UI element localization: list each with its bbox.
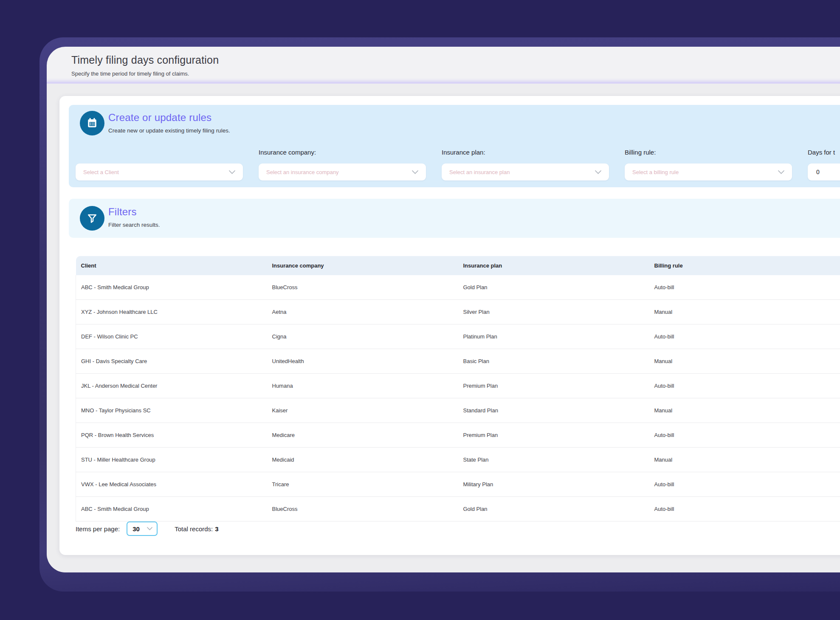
table-cell: MNO - Taylor Physicians SC xyxy=(76,398,272,423)
table-cell: Auto-bill xyxy=(654,275,840,300)
filters-subtitle: Filter search results. xyxy=(108,222,160,228)
chevron-down-icon xyxy=(229,170,235,174)
table-cell: PQR - Brown Health Services xyxy=(76,423,272,448)
chevron-down-icon xyxy=(778,170,784,174)
table-cell: DEF - Wilson Clinic PC xyxy=(76,324,272,349)
table-cell: State Plan xyxy=(463,448,654,472)
table-body: ABC - Smith Medical GroupBlueCrossGold P… xyxy=(76,275,840,521)
days-field-label: Days for t xyxy=(808,148,840,157)
table-row: VWX - Lee Medical AssociatesTricareMilit… xyxy=(76,472,840,497)
rules-table: Client Insurance company Insurance plan … xyxy=(76,256,840,521)
table-cell: Medicaid xyxy=(272,448,463,472)
app-window: Timely filing days configuration Specify… xyxy=(47,47,840,572)
total-records-label: Total records:3 xyxy=(175,525,218,533)
client-select-placeholder: Select a Client xyxy=(83,169,119,175)
create-rules-panel: Create or update rules Create new or upd… xyxy=(69,105,840,187)
table-cell: Auto-bill xyxy=(654,423,840,448)
table-row: XYZ - Johnson Healthcare LLCAetnaSilver … xyxy=(76,300,840,324)
table-cell: Premium Plan xyxy=(463,423,654,448)
table-row: ABC - Smith Medical GroupBlueCrossGold P… xyxy=(76,497,840,521)
insurance-plan-field: Insurance plan: Select an insurance plan xyxy=(442,148,609,180)
filters-title: Filters xyxy=(108,206,137,218)
insurance-company-label: Insurance company: xyxy=(259,148,426,157)
table-cell: Manual xyxy=(654,398,840,423)
chevron-down-icon xyxy=(147,527,152,530)
table-cell: JKL - Anderson Medical Center xyxy=(76,374,272,398)
column-header-insurance-plan: Insurance plan xyxy=(463,256,654,275)
table-cell: XYZ - Johnson Healthcare LLC xyxy=(76,300,272,324)
days-input[interactable]: 0 xyxy=(808,163,840,180)
items-per-page-label: Items per page: xyxy=(76,525,120,533)
table-header-row: Client Insurance company Insurance plan … xyxy=(76,256,840,275)
insurance-company-placeholder: Select an insurance company xyxy=(266,169,339,175)
rule-form-row: Select a Client Insurance company: Selec… xyxy=(76,148,840,180)
table-cell: VWX - Lee Medical Associates xyxy=(76,472,272,497)
table-cell: Manual xyxy=(654,448,840,472)
table-row: MNO - Taylor Physicians SCKaiserStandard… xyxy=(76,398,840,423)
client-select[interactable]: Select a Client xyxy=(76,163,243,180)
table-cell: Manual xyxy=(654,300,840,324)
table-cell: Basic Plan xyxy=(463,349,654,374)
billing-rule-label: Billing rule: xyxy=(625,148,792,157)
table-cell: Kaiser xyxy=(272,398,463,423)
client-field: Select a Client xyxy=(76,148,243,180)
items-per-page-value: 30 xyxy=(132,525,140,533)
table-cell: Aetna xyxy=(272,300,463,324)
table-row: GHI - Davis Specialty CareUnitedHealthBa… xyxy=(76,349,840,374)
insurance-plan-placeholder: Select an insurance plan xyxy=(449,169,510,175)
insurance-company-select[interactable]: Select an insurance company xyxy=(259,163,426,180)
pagination-bar: Items per page: 30 Total records:3 xyxy=(76,521,219,536)
table-cell: Tricare xyxy=(272,472,463,497)
calendar-icon xyxy=(80,111,104,135)
table-cell: ABC - Smith Medical Group xyxy=(76,497,272,521)
funnel-icon xyxy=(80,206,104,231)
table-cell: BlueCross xyxy=(272,275,463,300)
insurance-company-field: Insurance company: Select an insurance c… xyxy=(259,148,426,180)
insurance-plan-select[interactable]: Select an insurance plan xyxy=(442,163,609,180)
column-header-client: Client xyxy=(76,256,272,275)
table-cell: Auto-bill xyxy=(654,324,840,349)
chevron-down-icon xyxy=(595,170,601,174)
table-cell: Premium Plan xyxy=(463,374,654,398)
table-cell: Auto-bill xyxy=(654,374,840,398)
table-cell: Gold Plan xyxy=(463,275,654,300)
table-cell: STU - Miller Healthcare Group xyxy=(76,448,272,472)
content-card: Create or update rules Create new or upd… xyxy=(59,96,840,555)
table-cell: BlueCross xyxy=(272,497,463,521)
table-cell: Auto-bill xyxy=(654,472,840,497)
table-cell: Platinum Plan xyxy=(463,324,654,349)
billing-rule-field: Billing rule: Select a billing rule xyxy=(625,148,792,180)
insurance-plan-label: Insurance plan: xyxy=(442,148,609,157)
page-title: Timely filing days configuration xyxy=(71,54,840,66)
table-row: ABC - Smith Medical GroupBlueCrossGold P… xyxy=(76,275,840,300)
page-header: Timely filing days configuration Specify… xyxy=(47,47,840,82)
total-records-value: 3 xyxy=(215,525,218,533)
table-row: STU - Miller Healthcare GroupMedicaidSta… xyxy=(76,448,840,472)
items-per-page-select[interactable]: 30 xyxy=(127,521,158,536)
create-rules-title: Create or update rules xyxy=(108,112,211,124)
table-cell: Manual xyxy=(654,349,840,374)
days-field: Days for t 0 xyxy=(808,148,840,180)
page-subtitle: Specify the time period for timely filin… xyxy=(71,70,840,77)
table-cell: Silver Plan xyxy=(463,300,654,324)
client-field-label xyxy=(76,148,243,157)
billing-rule-placeholder: Select a billing rule xyxy=(632,169,679,175)
table-cell: Medicare xyxy=(272,423,463,448)
table-cell: Cigna xyxy=(272,324,463,349)
table-row: DEF - Wilson Clinic PCCignaPlatinum Plan… xyxy=(76,324,840,349)
billing-rule-select[interactable]: Select a billing rule xyxy=(625,163,792,180)
column-header-billing-rule: Billing rule xyxy=(654,256,840,275)
table-row: JKL - Anderson Medical CenterHumanaPremi… xyxy=(76,374,840,398)
table-cell: Humana xyxy=(272,374,463,398)
column-header-insurance-company: Insurance company xyxy=(272,256,463,275)
table-cell: UnitedHealth xyxy=(272,349,463,374)
table-row: PQR - Brown Health ServicesMedicarePremi… xyxy=(76,423,840,448)
table-cell: Military Plan xyxy=(463,472,654,497)
table-cell: Auto-bill xyxy=(654,497,840,521)
create-rules-subtitle: Create new or update existing timely fil… xyxy=(108,127,230,134)
table-cell: GHI - Davis Specialty Care xyxy=(76,349,272,374)
table-cell: Gold Plan xyxy=(463,497,654,521)
filters-panel: Filters Filter search results. xyxy=(69,199,840,238)
page-body: Create or update rules Create new or upd… xyxy=(47,84,840,572)
table-cell: ABC - Smith Medical Group xyxy=(76,275,272,300)
